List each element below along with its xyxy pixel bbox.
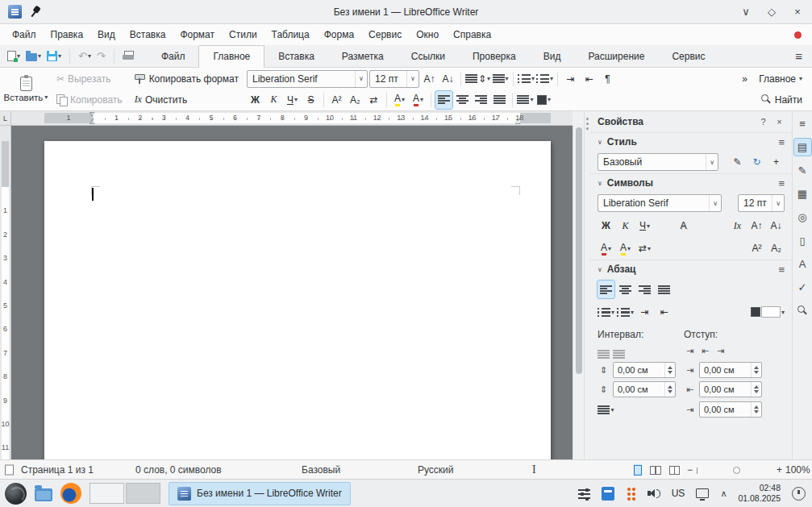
spinner-arrows[interactable] bbox=[664, 382, 675, 397]
print-button[interactable] bbox=[123, 51, 134, 61]
menu-format[interactable]: Формат bbox=[173, 26, 222, 44]
page-count[interactable]: Страница 1 из 1 bbox=[21, 464, 94, 476]
numbered-list-button[interactable]: ▾ bbox=[536, 70, 553, 88]
vertical-scrollbar[interactable] bbox=[573, 126, 584, 459]
sidebar-increase-size-button[interactable]: А↑ bbox=[748, 217, 765, 235]
sidebar-tab-accessibility-check[interactable]: ✓ bbox=[794, 279, 811, 296]
indent-preset-1-button[interactable]: ⇥ bbox=[684, 346, 696, 356]
sidebar-strikethrough-button[interactable] bbox=[656, 217, 673, 235]
tab-home[interactable]: Главное bbox=[198, 45, 264, 68]
highlight-color-button[interactable]: А▾ bbox=[391, 91, 408, 109]
zoom-out-button[interactable]: − bbox=[687, 464, 693, 476]
notebookbar-menu-icon[interactable]: ≡ bbox=[785, 45, 812, 67]
view-book-button[interactable] bbox=[669, 464, 680, 476]
close-icon[interactable]: × bbox=[791, 6, 804, 18]
sidebar-character-spacing-button[interactable]: ⇄▾ bbox=[636, 239, 653, 257]
paragraph-style-combobox[interactable]: Базовый∨ bbox=[598, 153, 718, 171]
menu-styles[interactable]: Стили bbox=[222, 26, 264, 44]
maximize-icon[interactable]: ◇ bbox=[765, 6, 778, 18]
new-document-button[interactable]: ▾ bbox=[7, 51, 20, 61]
align-left-button[interactable] bbox=[435, 91, 452, 109]
undo-button[interactable]: ↶▾ bbox=[78, 50, 91, 62]
increase-indent-button[interactable]: ⇥ bbox=[562, 70, 579, 88]
toolbar-overflow-button[interactable]: » bbox=[736, 70, 753, 88]
bold-button[interactable]: Ж bbox=[247, 91, 264, 109]
volume-icon[interactable] bbox=[648, 488, 660, 499]
sidebar-italic-button[interactable]: К bbox=[617, 217, 634, 235]
tray-icon-clipboard[interactable] bbox=[792, 487, 806, 501]
cut-button[interactable]: ✂Вырезать bbox=[52, 72, 115, 86]
titlebar[interactable]: Без имени 1 — LibreOffice Writer ∨ ◇ × bbox=[0, 0, 812, 24]
font-name-combobox[interactable]: Liberation Serif∨ bbox=[247, 70, 368, 88]
tray-expand-icon[interactable]: ∧ bbox=[720, 488, 727, 499]
menu-table[interactable]: Таблица bbox=[264, 26, 317, 44]
section-menu-icon[interactable]: ≡ bbox=[778, 177, 785, 189]
decrease-font-size-button[interactable]: А↓ bbox=[439, 70, 456, 88]
font-size-combobox[interactable]: 12 пт∨ bbox=[369, 70, 419, 88]
collapse-icon[interactable]: ∨ bbox=[598, 139, 602, 146]
strikethrough-button[interactable]: S bbox=[302, 91, 319, 109]
document-page[interactable] bbox=[44, 141, 551, 459]
paste-button[interactable]: Вставить▾ bbox=[3, 69, 48, 110]
sidebar-highlight-color-button[interactable]: А▾ bbox=[617, 239, 634, 257]
redo-button[interactable]: ↷ bbox=[97, 50, 106, 62]
sidebar-superscript-button[interactable]: А² bbox=[748, 239, 765, 257]
spacing-preset-2-button[interactable] bbox=[613, 343, 625, 359]
first-line-indent-marker[interactable]: ▽ bbox=[90, 111, 94, 118]
paragraph-style-spacing-button[interactable]: ▾ bbox=[517, 91, 534, 109]
indent-after-spinbox[interactable]: 0,00 см bbox=[699, 381, 762, 397]
taskbar-task-writer[interactable]: Без имени 1 — LibreOffice Writer bbox=[169, 482, 351, 505]
zoom-in-button[interactable]: + bbox=[777, 464, 782, 476]
section-selector-button[interactable]: Главное▾ bbox=[755, 72, 806, 86]
sidebar-splitter[interactable] bbox=[584, 111, 590, 459]
sidebar-line-spacing-button[interactable]: ▾ bbox=[598, 401, 614, 418]
sidebar-tab-page[interactable]: ▯ bbox=[794, 232, 811, 249]
virtual-desktop-1[interactable] bbox=[90, 483, 124, 504]
sidebar-underline-button[interactable]: Ч▾ bbox=[636, 217, 653, 235]
formatting-marks-button[interactable]: ¶ bbox=[599, 70, 616, 88]
view-single-page-button[interactable] bbox=[634, 463, 642, 475]
sidebar-font-color-button[interactable]: А▾ bbox=[598, 239, 614, 257]
character-spacing-button[interactable]: ⇄ bbox=[365, 91, 382, 109]
spacing-preset-1-button[interactable] bbox=[598, 343, 610, 359]
firefox-icon[interactable] bbox=[60, 483, 81, 504]
sidebar-align-left-button[interactable] bbox=[598, 281, 614, 298]
tray-icon-dots[interactable] bbox=[626, 486, 636, 501]
decrease-indent-button[interactable]: ⇤ bbox=[581, 70, 598, 88]
copy-button[interactable]: Копировать bbox=[52, 93, 127, 107]
increase-font-size-button[interactable]: А↑ bbox=[421, 70, 438, 88]
horizontal-ruler[interactable]: ▽ △ △ 1123456789101112131415161718 bbox=[11, 111, 573, 126]
sidebar-font-size-combobox[interactable]: 12 пт∨ bbox=[738, 194, 785, 212]
open-button[interactable]: ▾ bbox=[26, 51, 41, 61]
menu-window[interactable]: Окно bbox=[409, 26, 446, 44]
spinner-arrows[interactable] bbox=[751, 382, 761, 397]
find-button[interactable]: Найти bbox=[757, 93, 806, 107]
line-spacing-button[interactable]: ▾ bbox=[492, 70, 509, 88]
collapse-icon[interactable]: ∨ bbox=[598, 266, 602, 273]
zoom-slider-knob[interactable] bbox=[733, 467, 740, 474]
sidebar-menu-icon[interactable]: ≡ bbox=[794, 115, 811, 132]
menu-view[interactable]: Вид bbox=[90, 26, 123, 44]
menu-file[interactable]: Файл bbox=[5, 26, 44, 44]
vertical-ruler[interactable]: 1234567891011 bbox=[0, 126, 11, 459]
font-color-button[interactable]: А▾ bbox=[410, 91, 427, 109]
underline-button[interactable]: Ч▾ bbox=[284, 91, 301, 109]
sidebar-shadow-button[interactable]: A bbox=[675, 217, 692, 235]
spacing-above-spinbox[interactable]: 0,00 см bbox=[613, 362, 676, 378]
sidebar-align-justify-button[interactable] bbox=[656, 281, 673, 298]
page-style[interactable]: Базовый bbox=[302, 464, 340, 476]
sidebar-tab-style-inspector[interactable]: А bbox=[794, 256, 811, 272]
spinner-arrows[interactable] bbox=[751, 402, 761, 417]
tab-review[interactable]: Проверка bbox=[459, 45, 530, 67]
document-canvas[interactable] bbox=[11, 126, 573, 459]
first-line-indent-spinbox[interactable]: 0,00 см bbox=[699, 401, 762, 418]
menu-insert[interactable]: Вставка bbox=[123, 26, 173, 44]
tab-extension[interactable]: Расширение bbox=[574, 45, 658, 67]
section-menu-icon[interactable]: ≡ bbox=[778, 136, 785, 148]
tab-stop-selector[interactable]: L bbox=[0, 111, 11, 126]
sidebar-font-name-combobox[interactable]: Liberation Serif∨ bbox=[598, 194, 722, 212]
paragraph-spacing-increase-button[interactable]: ⇕▾ bbox=[465, 70, 490, 88]
paragraph-background-color-button[interactable]: ▾ bbox=[751, 303, 785, 321]
sidebar-tab-properties[interactable]: ▤ bbox=[794, 139, 811, 156]
new-style-button[interactable]: + bbox=[768, 153, 785, 171]
